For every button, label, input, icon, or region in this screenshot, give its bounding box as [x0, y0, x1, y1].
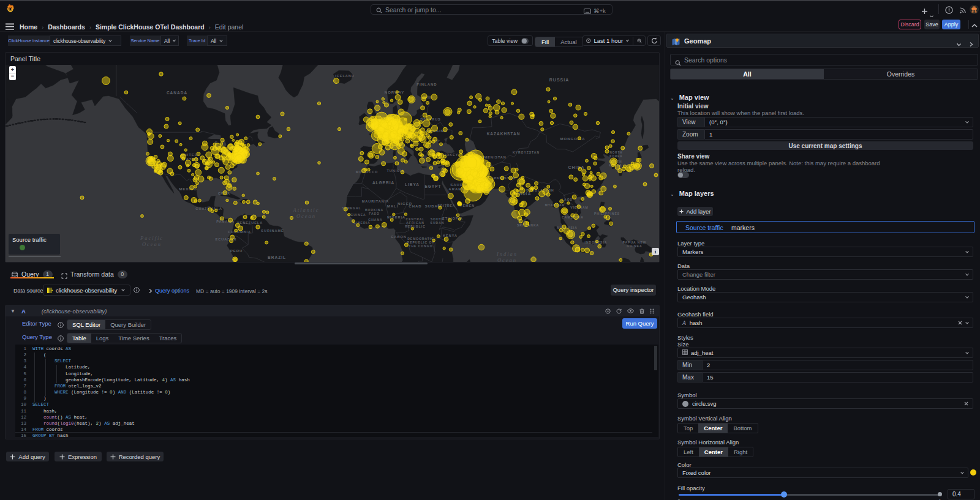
svg-text:KENYA: KENYA	[443, 234, 458, 237]
svg-text:BRAZIL: BRAZIL	[268, 255, 286, 259]
svg-text:RUSSIA: RUSSIA	[549, 78, 569, 82]
svg-text:GUINEA: GUINEA	[627, 244, 642, 248]
svg-text:GUINEA: GUINEA	[350, 213, 366, 217]
svg-text:KOREA: KOREA	[609, 155, 622, 158]
svg-text:CANADA: CANADA	[167, 91, 187, 95]
svg-text:SUDAN: SUDAN	[431, 221, 445, 225]
svg-text:GHANA: GHANA	[368, 218, 382, 222]
svg-text:Atlantic: Atlantic	[293, 207, 320, 213]
svg-text:ICELAND: ICELAND	[335, 74, 354, 78]
svg-text:MAURITANIA: MAURITANIA	[362, 200, 389, 203]
svg-text:MALI: MALI	[387, 204, 399, 208]
svg-text:PHILIPPINES: PHILIPPINES	[594, 212, 620, 215]
svg-text:FINLAND: FINLAND	[417, 83, 437, 86]
svg-text:KYRGYZSTAN: KYRGYZSTAN	[513, 151, 540, 154]
svg-text:Ocean: Ocean	[497, 257, 517, 262]
svg-text:FASO: FASO	[369, 212, 380, 215]
svg-text:SURINAME: SURINAME	[261, 229, 284, 233]
svg-text:THE CONGO: THE CONGO	[409, 244, 432, 248]
svg-text:Pacific: Pacific	[140, 235, 164, 241]
svg-text:NIGERIA: NIGERIA	[387, 215, 405, 219]
svg-text:Ocean: Ocean	[296, 213, 316, 219]
svg-text:GABON: GABON	[391, 235, 406, 239]
svg-text:Indian: Indian	[496, 251, 518, 257]
svg-text:LIBYA: LIBYA	[405, 182, 420, 187]
svg-text:REPUBLIC: REPUBLIC	[405, 225, 426, 228]
svg-text:CHINA: CHINA	[568, 165, 584, 170]
svg-text:PERU: PERU	[230, 249, 243, 253]
svg-text:CHAD: CHAD	[409, 204, 421, 208]
svg-text:NORTH: NORTH	[610, 151, 623, 154]
svg-text:ALGERIA: ALGERIA	[372, 181, 394, 185]
svg-text:EGYPT: EGYPT	[424, 184, 441, 188]
svg-text:NORWAY: NORWAY	[385, 91, 404, 94]
svg-text:VENEZUELA: VENEZUELA	[237, 221, 263, 225]
svg-text:Ocean: Ocean	[142, 241, 162, 247]
svg-text:MONGOLIA: MONGOLIA	[560, 137, 586, 141]
svg-text:MOROCCO: MOROCCO	[356, 170, 378, 174]
svg-text:KAZAKHSTAN: KAZAKHSTAN	[487, 132, 521, 136]
svg-text:LIBERIA: LIBERIA	[354, 221, 371, 225]
